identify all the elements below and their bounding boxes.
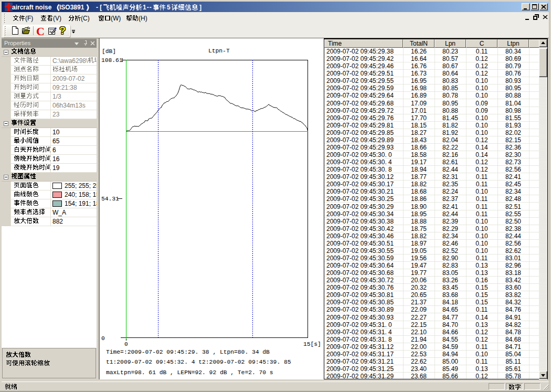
svg-text:t1:2009-07-02 09:45:32. 4 t2:2: t1:2009-07-02 09:45:32. 4 t2:2009-07-02 … bbox=[106, 359, 291, 365]
svg-text:54.31: 54.31 bbox=[101, 196, 119, 202]
svg-text:0: 0 bbox=[124, 341, 128, 347]
svg-text:15[s]: 15[s] bbox=[303, 341, 321, 347]
svg-text:0: 0 bbox=[101, 335, 105, 342]
svg-text:[dB]: [dB] bbox=[102, 48, 116, 55]
svg-text:108.61: 108.61 bbox=[101, 57, 123, 63]
svg-text:Time=:2009-07-02 09:45:29. 38: Time=:2009-07-02 09:45:29. 38 , Ltpn=80.… bbox=[106, 349, 270, 355]
svg-text:maxLtpn=98. 61 dB , LEPN=92. 9: maxLtpn=98. 61 dB , LEPN=92. 92 dB , Te=… bbox=[106, 369, 273, 376]
svg-text:Ltpn-T: Ltpn-T bbox=[208, 48, 230, 54]
